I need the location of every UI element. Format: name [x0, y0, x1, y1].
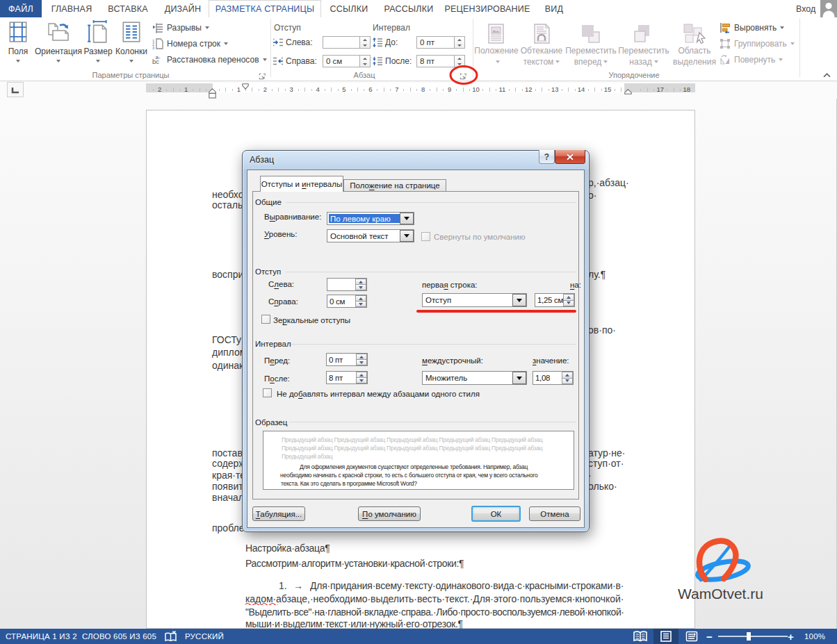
ribbon-tab[interactable]: ВИД [539, 0, 569, 17]
zoom-in-button[interactable]: + [788, 629, 794, 644]
avatar[interactable] [820, 0, 837, 17]
dialog-spinner-field[interactable]: 0 см [327, 295, 367, 308]
ribbon-tab[interactable]: ССЫЛКИ [327, 0, 371, 17]
ribbon-big-button[interactable]: Размер [82, 19, 114, 63]
dialog-tab-pagination[interactable]: Положение на странице [343, 179, 446, 192]
status-page-indicator[interactable]: СТРАНИЦА 1 ИЗ 2 [6, 629, 77, 644]
dialog-button[interactable]: Отмена [529, 506, 580, 521]
combo-dropdown-icon[interactable] [400, 213, 414, 224]
combo-dropdown-icon[interactable] [512, 294, 526, 306]
dialog-button[interactable]: ОК [471, 506, 521, 522]
ribbon-big-button[interactable]: Положение [475, 19, 518, 67]
ribbon-menu-button[interactable]: Разрывы [152, 20, 209, 35]
spinner-buttons[interactable] [563, 294, 574, 306]
dialog-spinner-field[interactable]: 1,08 [533, 371, 574, 385]
dialog-checkbox[interactable] [263, 388, 272, 397]
ribbon-tab[interactable]: ГЛАВНАЯ [46, 0, 97, 17]
zoom-level[interactable]: 100% [804, 629, 825, 644]
dialog-spinner-field[interactable]: 0 пт [326, 353, 368, 366]
document-text-line[interactable]: ГОСТу [212, 334, 241, 345]
collapse-ribbon-icon[interactable] [822, 72, 831, 78]
spinner-buttons[interactable] [360, 36, 371, 49]
first-line-indent-marker[interactable] [242, 83, 249, 90]
dialog-combobox[interactable]: Основной текст [327, 229, 414, 242]
combo-dropdown-icon[interactable] [512, 372, 526, 384]
print-layout-button[interactable] [653, 629, 678, 644]
document-text-line[interactable]: кадом·абзаце,·необходимо·выделить·весть·… [245, 593, 624, 604]
zoom-slider-track[interactable] [718, 636, 788, 637]
ribbon-tab[interactable]: ДИЗАЙН [160, 0, 206, 17]
proofing-status-icon[interactable] [163, 629, 179, 644]
zoom-out-button[interactable]: − [706, 629, 713, 644]
ribbon-spinner-field[interactable]: 0 пт [416, 36, 465, 49]
dialog-combobox[interactable]: Множитель [422, 371, 527, 385]
ribbon-side-button[interactable]: Выровнять [720, 20, 784, 35]
ribbon-tab[interactable]: РАЗМЕТКА СТРАНИЦЫ [209, 0, 321, 17]
document-text-line[interactable]: Для·придания·всему·тексту·одинакового·ви… [310, 580, 624, 591]
web-layout-button[interactable] [681, 629, 702, 644]
right-indent-marker[interactable] [624, 89, 632, 94]
document-text-line[interactable]: лу.¶ [588, 269, 606, 280]
document-text-line[interactable]: мыши·и·выделим·текст·или·нужный·его·отре… [245, 618, 463, 629]
document-text-line[interactable]: ступ·от· [588, 458, 624, 469]
document-text-line[interactable]: ов·по· [588, 324, 616, 336]
ribbon-big-button[interactable]: Ориентация [35, 19, 82, 63]
ribbon-spinner-field[interactable] [323, 36, 371, 49]
dialog-spinner-field[interactable]: 8 пт [326, 371, 368, 384]
dialog-checkbox[interactable] [261, 315, 270, 324]
ribbon-side-button[interactable]: Повернуть [720, 52, 783, 67]
document-text-line[interactable]: р,·абзац· [588, 177, 629, 188]
document-text-line[interactable]: "Выделить·все"·на·главной·вкладке·справа… [245, 606, 624, 618]
sign-in-link[interactable]: Вход [796, 0, 815, 17]
dialog-combobox[interactable]: По левому краю [327, 212, 414, 225]
field-value[interactable] [323, 36, 360, 49]
document-text-line[interactable]: Рассмотрим·алгоритм·установки·красной·ст… [245, 558, 464, 569]
read-mode-button[interactable] [630, 629, 651, 644]
hanging-indent-marker[interactable] [209, 88, 216, 99]
dialog-help-button[interactable]: ? [539, 150, 555, 164]
document-text-line[interactable]: Настройка·абзаца¶ [245, 543, 330, 554]
ribbon-big-button[interactable]: Область выделения [670, 19, 719, 67]
spinner-buttons[interactable] [455, 36, 465, 49]
spinner-buttons[interactable] [360, 55, 371, 67]
document-text-line[interactable]: → [293, 580, 303, 591]
document-text-line[interactable]: олько· [588, 481, 617, 492]
spinner-buttons[interactable] [355, 279, 366, 290]
ribbon-spinner-field[interactable]: 0 см [323, 55, 371, 67]
ribbon-menu-button[interactable]: Номера строк [152, 36, 228, 51]
ribbon-menu-button[interactable]: Расстановка переносов [152, 52, 267, 67]
dialog-spinner-field[interactable] [327, 278, 367, 291]
status-word-count[interactable]: СЛОВО 605 ИЗ 605 [82, 629, 156, 644]
dialog-combobox[interactable]: Отступ [422, 293, 527, 307]
dialog-checkbox[interactable] [421, 232, 430, 241]
document-text-line[interactable]: атур·не· [588, 447, 626, 459]
spinner-buttons[interactable] [355, 295, 366, 307]
field-value[interactable]: 0 см [323, 55, 360, 67]
spinner-buttons[interactable] [562, 372, 573, 384]
dialog-button[interactable]: По умолчанию [358, 506, 421, 521]
ribbon-side-button[interactable]: Группировать [720, 36, 795, 51]
dialog-button[interactable]: Табуляция... [252, 506, 305, 521]
field-value[interactable]: 0 пт [416, 36, 455, 49]
combo-dropdown-icon[interactable] [400, 230, 414, 242]
ribbon-big-button[interactable]: Поля [2, 19, 34, 63]
dialog-tab-indents[interactable]: Отступы и интервалы [260, 176, 343, 192]
ribbon-tab[interactable]: РЕЦЕНЗИРОВАНИЕ [444, 0, 531, 17]
ribbon-big-button[interactable]: Переместить назад [618, 19, 669, 67]
ribbon-big-button[interactable]: Колонки [114, 19, 149, 63]
ribbon-big-button[interactable]: Обтекание текстом [520, 19, 563, 67]
status-language[interactable]: РУССКИЙ [185, 629, 224, 644]
tab-stop-selector[interactable] [7, 82, 24, 97]
spinner-buttons[interactable] [356, 372, 367, 383]
tab-file[interactable]: ФАЙЛ [0, 0, 42, 17]
zoom-slider-handle[interactable] [747, 632, 751, 641]
document-text-line[interactable]: диплом [212, 347, 246, 358]
dialog-close-button[interactable] [555, 150, 585, 164]
spinner-buttons[interactable] [356, 354, 367, 365]
ribbon-tab[interactable]: РАССЫЛКИ [381, 0, 437, 17]
ribbon-tab[interactable]: ВСТАВКА [102, 0, 154, 17]
document-text-line[interactable]: края·те [212, 470, 245, 481]
document-text-line[interactable]: 1. [279, 580, 287, 591]
dialog-spinner-field[interactable]: 1,25 см [535, 293, 575, 307]
ribbon-big-button[interactable]: Переместить вперед [565, 19, 617, 67]
